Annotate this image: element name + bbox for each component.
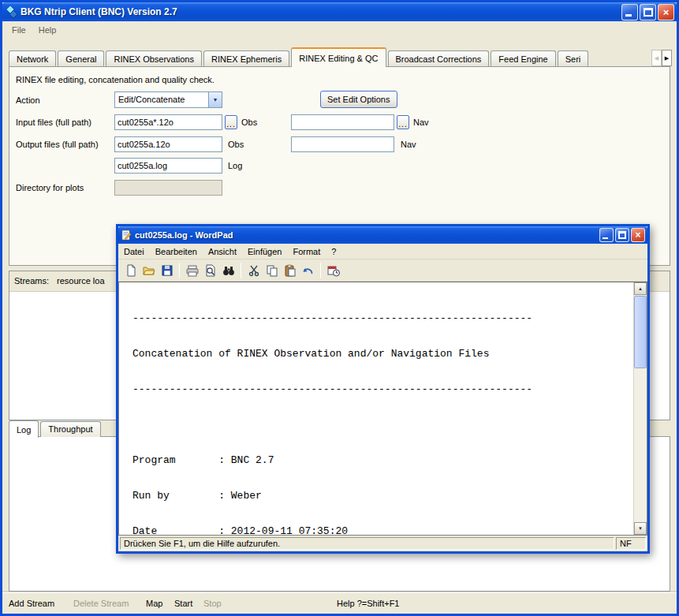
browse-input-obs-button[interactable]: ... [225, 115, 237, 129]
wordpad-statusbar: Drücken Sie F1, um die Hilfe aufzurufen.… [118, 536, 647, 551]
tab-rinex-observations[interactable]: RINEX Observations [106, 50, 201, 67]
plots-directory-field [114, 180, 222, 196]
tab-throughput[interactable]: Throughput [40, 421, 100, 437]
toolbar-separator [179, 263, 180, 278]
wordpad-app-icon [121, 230, 132, 241]
menu-file[interactable]: File [6, 23, 32, 37]
streams-value: resource loa [57, 276, 105, 286]
browse-input-nav-button[interactable]: ... [397, 115, 409, 129]
action-selected-value: Edit/Concatenate [115, 92, 208, 107]
input-nav-field[interactable] [291, 114, 394, 130]
minimize-button[interactable] [621, 4, 638, 21]
wordpad-close-button[interactable]: × [631, 228, 645, 242]
maximize-button[interactable] [640, 4, 656, 21]
copy-icon [266, 264, 278, 277]
cut-button[interactable] [244, 262, 263, 279]
scroll-down-button[interactable]: ▼ [634, 522, 647, 535]
print-button[interactable] [183, 262, 201, 279]
output-log-field[interactable] [114, 158, 222, 174]
scroll-up-button[interactable]: ▲ [634, 282, 647, 295]
tab-scroll-buttons: ◀ ▶ [651, 50, 672, 66]
new-document-button[interactable] [121, 262, 140, 279]
bnc-app-icon [5, 6, 17, 18]
find-button[interactable] [219, 262, 237, 279]
output-log-label: Log [228, 161, 242, 170]
menu-ansicht[interactable]: Ansicht [203, 245, 242, 259]
menu-bearbeiten[interactable]: Bearbeiten [150, 245, 203, 259]
start-button[interactable]: Start [174, 599, 192, 608]
paste-button[interactable] [281, 262, 299, 279]
delete-stream-button: Delete Stream [73, 599, 129, 608]
main-titlebar[interactable]: BKG Ntrip Client (BNC) Version 2.7 × [2, 2, 677, 21]
copy-button[interactable] [263, 262, 281, 279]
scroll-up-icon: ▲ [638, 286, 643, 291]
paste-clipboard-icon [284, 264, 297, 277]
input-obs-field[interactable] [114, 114, 222, 130]
new-document-icon [125, 264, 137, 277]
streams-label: Streams: [14, 276, 49, 286]
menu-hilfe[interactable]: ? [326, 245, 341, 259]
vertical-scrollbar[interactable]: ▲ ▼ [633, 282, 647, 535]
log-line: ----------------------------------------… [132, 312, 630, 324]
tab-broadcast-corrections[interactable]: Broadcast Corrections [388, 50, 490, 67]
tab-feed-engine[interactable]: Feed Engine [491, 50, 555, 67]
tab-log[interactable]: Log [9, 420, 39, 438]
maximize-icon [618, 231, 626, 239]
scroll-down-icon: ▼ [638, 526, 643, 531]
log-line: Run by : Weber [132, 490, 630, 502]
map-button[interactable]: Map [146, 599, 162, 608]
document-area[interactable]: ----------------------------------------… [118, 282, 647, 536]
action-label: Action [16, 95, 40, 105]
output-files-label: Output files (full path) [16, 140, 99, 149]
add-stream-button[interactable]: Add Stream [9, 599, 54, 608]
menu-einfuegen[interactable]: Einfügen [242, 245, 287, 259]
output-nav-field[interactable] [291, 136, 394, 152]
tab-rinex-ephemeris[interactable]: RINEX Ephemeris [203, 50, 289, 67]
datetime-icon [327, 264, 340, 277]
log-line: Program : BNC 2.7 [132, 454, 630, 466]
close-button[interactable]: × [658, 4, 674, 21]
toolbar-separator [241, 263, 241, 278]
tab-rinex-editing-qc[interactable]: RINEX Editing & QC [291, 47, 386, 67]
print-preview-button[interactable] [201, 262, 219, 279]
toolbar-separator [320, 263, 321, 278]
wordpad-toolbar [118, 259, 647, 282]
open-button[interactable] [140, 262, 158, 279]
tab-serial-output[interactable]: Seri [558, 50, 589, 67]
binoculars-find-icon [222, 264, 235, 277]
output-nav-label: Nav [401, 140, 416, 149]
scrollbar-thumb[interactable] [634, 296, 647, 368]
bottom-action-bar: Add Stream Delete Stream Map Start Stop … [2, 592, 677, 614]
log-line [132, 419, 630, 431]
minimize-icon [603, 237, 608, 239]
maximize-icon [644, 8, 653, 17]
wordpad-maximize-button[interactable] [615, 228, 629, 242]
tab-network[interactable]: Network [9, 50, 56, 67]
action-select[interactable]: Edit/Concatenate ▼ [114, 91, 222, 108]
wordpad-menubar: Datei Bearbeiten Ansicht Einfügen Format… [118, 244, 647, 259]
menu-help[interactable]: Help [32, 23, 63, 37]
save-button[interactable] [158, 262, 176, 279]
set-edit-options-button[interactable]: Set Edit Options [320, 91, 397, 108]
stop-button: Stop [203, 599, 222, 608]
status-nf-indicator: NF [616, 537, 646, 550]
menu-datei[interactable]: Datei [118, 245, 150, 259]
input-files-label: Input files (full path) [16, 118, 91, 127]
scissors-cut-icon [248, 264, 260, 277]
chevron-down-icon[interactable]: ▼ [208, 92, 222, 107]
help-shortcut-button[interactable]: Help ?=Shift+F1 [337, 599, 400, 608]
output-obs-field[interactable] [114, 136, 222, 152]
close-icon: × [663, 7, 670, 17]
menu-format[interactable]: Format [287, 245, 326, 259]
wordpad-titlebar[interactable]: cut0255a.log - WordPad × [118, 226, 647, 244]
main-window-title: BKG Ntrip Client (BNC) Version 2.7 [21, 6, 621, 17]
output-obs-label: Obs [228, 140, 244, 149]
close-icon: × [635, 230, 640, 240]
wordpad-window: cut0255a.log - WordPad × Datei Bearbeite… [116, 224, 650, 554]
insert-datetime-button[interactable] [324, 262, 342, 279]
undo-button[interactable] [299, 262, 317, 279]
log-line: Concatenation of RINEX Observation and/o… [132, 348, 630, 360]
tab-scroll-right-button[interactable]: ▶ [662, 50, 672, 66]
tab-general[interactable]: General [58, 50, 104, 67]
wordpad-minimize-button[interactable] [599, 228, 614, 242]
